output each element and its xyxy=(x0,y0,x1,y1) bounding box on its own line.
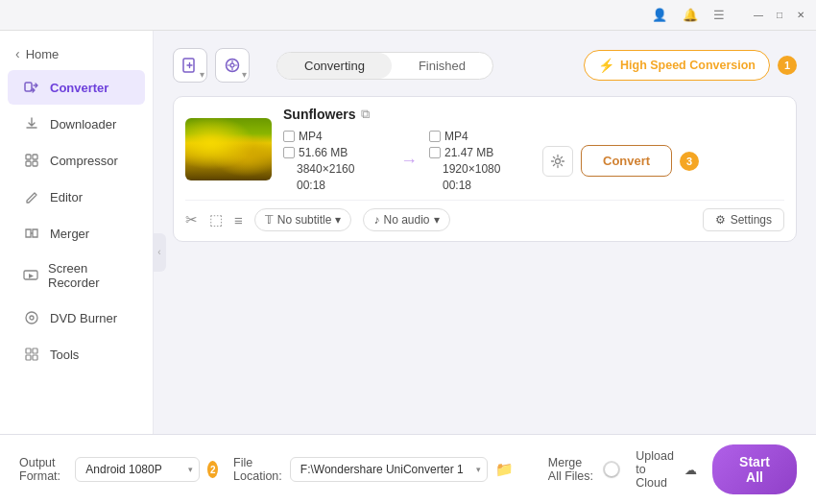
file-name-row: Sunflowers ⧉ xyxy=(283,107,784,122)
close-button[interactable]: ✕ xyxy=(793,8,808,23)
target-resolution: 1920×1080 xyxy=(443,162,500,176)
sidebar-collapse[interactable]: ‹ xyxy=(153,233,166,272)
back-label: Home xyxy=(26,47,60,61)
source-format-line: MP4 xyxy=(283,130,389,143)
minimize-button[interactable]: — xyxy=(751,8,766,23)
menu-icon[interactable]: ☰ xyxy=(708,6,730,24)
target-format-line: MP4 xyxy=(429,130,535,143)
main-content: ▾ ▾ Converting Finished ⚡ High Speed Con… xyxy=(154,31,816,434)
source-dur-line: 00:18 xyxy=(283,179,389,192)
dvd-burner-icon xyxy=(23,309,40,326)
file-settings-icon-button[interactable] xyxy=(542,146,573,177)
subtitle-label: No subtitle xyxy=(277,213,332,227)
audio-icon: ♪ xyxy=(373,213,379,227)
upload-cloud-icon[interactable]: ☁ xyxy=(684,463,697,477)
file-location-select-wrap: F:\Wondershare UniConverter 1 ▾ xyxy=(290,457,488,482)
sidebar-item-screen-recorder[interactable]: Screen Recorder xyxy=(8,252,145,299)
upload-cloud-field: Upload to Cloud ☁ xyxy=(636,449,697,490)
screen-recorder-icon xyxy=(23,267,38,284)
svg-rect-10 xyxy=(26,355,31,360)
top-toolbar: ▾ ▾ Converting Finished ⚡ High Speed Con… xyxy=(173,48,797,83)
subtitle-icon: 𝕋 xyxy=(265,213,274,227)
bottom-bar: Output Format: Android 1080P ▾ 2 File Lo… xyxy=(0,434,816,504)
merger-icon xyxy=(23,225,40,242)
output-format-label: Output Format: xyxy=(19,456,67,483)
tools-icon xyxy=(23,346,40,363)
audio-label: No audio xyxy=(383,213,429,227)
tab-converting[interactable]: Converting xyxy=(277,53,392,79)
sidebar-item-tools[interactable]: Tools xyxy=(8,337,145,372)
settings-label: Settings xyxy=(731,213,772,227)
merge-files-toggle[interactable] xyxy=(603,461,620,478)
svg-rect-3 xyxy=(26,161,31,166)
add-dvd-button[interactable]: ▾ xyxy=(215,48,250,83)
back-home[interactable]: ‹ Home xyxy=(0,38,153,69)
audio-select[interactable]: ♪ No audio ▾ xyxy=(363,208,449,231)
subtitle-select[interactable]: 𝕋 No subtitle ▾ xyxy=(254,208,352,231)
user-icon[interactable]: 👤 xyxy=(647,6,672,24)
svg-rect-8 xyxy=(26,348,31,353)
svg-rect-9 xyxy=(33,348,37,353)
sidebar-label-dvd-burner: DVD Burner xyxy=(50,311,117,325)
target-dur-line: 00:18 xyxy=(429,179,535,192)
tab-finished[interactable]: Finished xyxy=(392,53,492,79)
file-details-row: MP4 51.66 MB 3840×2160 xyxy=(283,130,784,192)
output-format-select[interactable]: Android 1080P xyxy=(75,457,200,482)
file-card: Sunflowers ⧉ MP4 51.66 MB xyxy=(173,96,797,242)
merge-files-field: Merge All Files: xyxy=(548,456,620,483)
svg-point-6 xyxy=(26,312,37,324)
sidebar-label-converter: Converter xyxy=(50,81,108,95)
target-res-line: 1920×1080 xyxy=(429,162,535,176)
sidebar: ‹ Home Converter Downloader Compressor xyxy=(0,31,154,434)
sidebar-item-compressor[interactable]: Compressor xyxy=(8,143,145,178)
start-all-button[interactable]: Start All xyxy=(712,444,797,494)
sidebar-item-dvd-burner[interactable]: DVD Burner xyxy=(8,300,145,335)
toggle-knob xyxy=(605,463,618,476)
sidebar-item-converter[interactable]: Converter xyxy=(8,70,145,105)
cut-icon[interactable]: ✂ xyxy=(185,211,198,228)
lightning-icon: ⚡ xyxy=(598,58,614,73)
sidebar-item-editor[interactable]: Editor xyxy=(8,180,145,214)
source-duration: 00:18 xyxy=(297,179,325,192)
file-location-select[interactable]: F:\Wondershare UniConverter 1 xyxy=(290,457,488,482)
source-size-icon xyxy=(283,147,295,158)
source-format-box: MP4 51.66 MB 3840×2160 xyxy=(283,130,389,192)
add-file-dropdown-icon: ▾ xyxy=(200,69,204,80)
svg-point-7 xyxy=(30,316,34,320)
effects-icon[interactable]: ≡ xyxy=(234,212,243,228)
back-arrow-icon: ‹ xyxy=(15,46,20,61)
merge-files-label: Merge All Files: xyxy=(548,456,595,483)
file-thumbnail xyxy=(185,118,272,180)
settings-button[interactable]: ⚙ Settings xyxy=(703,208,784,231)
convert-actions: Convert 3 xyxy=(542,145,699,177)
file-link-icon[interactable]: ⧉ xyxy=(361,107,370,122)
sidebar-label-compressor: Compressor xyxy=(50,154,118,168)
add-file-button[interactable]: ▾ xyxy=(173,48,207,83)
editor-icon xyxy=(23,188,40,205)
svg-rect-4 xyxy=(33,161,37,166)
source-format-check xyxy=(283,131,295,142)
convert-arrow-icon: → xyxy=(396,151,421,171)
source-res-line: 3840×2160 xyxy=(283,162,389,176)
sidebar-item-downloader[interactable]: Downloader xyxy=(8,107,145,141)
sidebar-label-tools: Tools xyxy=(50,348,79,362)
crop-icon[interactable]: ⬚ xyxy=(209,211,223,228)
target-format-check xyxy=(429,131,441,142)
target-size-icon xyxy=(429,147,441,158)
target-size-line: 21.47 MB xyxy=(429,146,535,159)
convert-button[interactable]: Convert xyxy=(581,145,672,177)
sidebar-item-merger[interactable]: Merger xyxy=(8,216,145,251)
file-location-field: File Location: F:\Wondershare UniConvert… xyxy=(233,456,514,483)
bell-icon[interactable]: 🔔 xyxy=(678,6,703,24)
high-speed-button[interactable]: ⚡ High Speed Conversion xyxy=(584,50,770,81)
high-speed-badge: 1 xyxy=(778,56,797,75)
sidebar-label-editor: Editor xyxy=(50,190,83,204)
svg-point-15 xyxy=(556,158,561,163)
maximize-button[interactable]: □ xyxy=(772,8,787,23)
browse-folder-icon[interactable]: 📁 xyxy=(495,461,514,478)
file-edit-row: ✂ ⬚ ≡ 𝕋 No subtitle ▾ ♪ No audio ▾ ⚙ Set… xyxy=(185,200,784,231)
output-format-field: Output Format: Android 1080P ▾ 2 xyxy=(19,456,218,483)
sidebar-label-screen-recorder: Screen Recorder xyxy=(48,261,130,290)
sidebar-label-downloader: Downloader xyxy=(50,117,116,132)
tab-group: Converting Finished xyxy=(276,52,493,80)
